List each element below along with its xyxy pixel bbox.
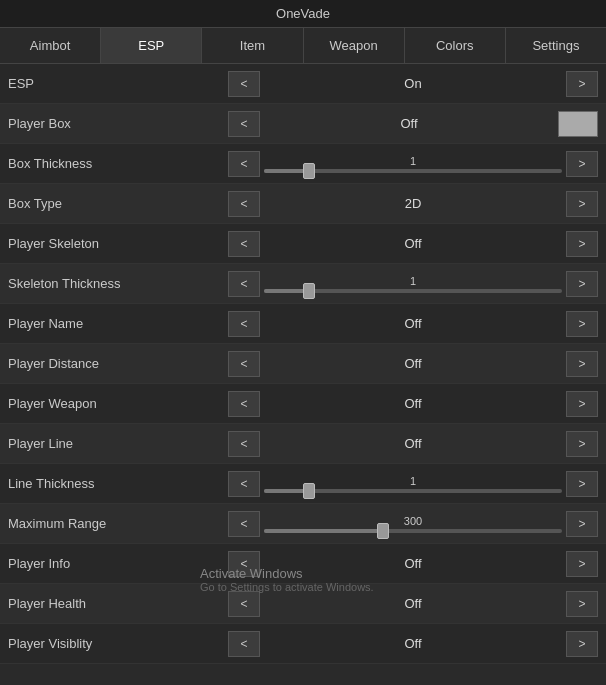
btn-esp-left[interactable]: < [228,71,260,97]
btn-box-type-left[interactable]: < [228,191,260,217]
value-player-box: Off [260,116,558,131]
btn-player-skeleton-right[interactable]: > [566,231,598,257]
slider-maximum-range[interactable]: 300 [260,515,566,533]
label-box-thickness: Box Thickness [8,156,228,171]
btn-box-thickness-right[interactable]: > [566,151,598,177]
app-title: OneVade [276,6,330,21]
row-player-info: Player Info < Off Activate Windows Go to… [0,544,606,584]
tab-aimbot[interactable]: Aimbot [0,28,101,63]
slider-line-thickness-track [264,489,562,493]
label-player-distance: Player Distance [8,356,228,371]
label-player-name: Player Name [8,316,228,331]
value-player-info: Off Activate Windows Go to Settings to a… [260,556,566,571]
slider-maximum-range-value: 300 [404,515,422,527]
btn-player-line-left[interactable]: < [228,431,260,457]
label-player-line: Player Line [8,436,228,451]
row-maximum-range: Maximum Range < 300 > [0,504,606,544]
btn-player-info-left[interactable]: < [228,551,260,577]
slider-line-thickness-thumb [303,483,315,499]
btn-esp-right[interactable]: > [566,71,598,97]
color-swatch-player-box[interactable] [558,111,598,137]
value-player-skeleton: Off [260,236,566,251]
btn-player-weapon-left[interactable]: < [228,391,260,417]
value-player-info-text: Off [404,556,421,571]
row-player-health: Player Health < Off > [0,584,606,624]
btn-player-health-left[interactable]: < [228,591,260,617]
label-player-visiblity: Player Visiblity [8,636,228,651]
tab-colors[interactable]: Colors [405,28,506,63]
title-bar: OneVade [0,0,606,28]
value-player-weapon: Off [260,396,566,411]
slider-maximum-range-track [264,529,562,533]
slider-skeleton-thickness-thumb [303,283,315,299]
row-player-skeleton: Player Skeleton < Off > [0,224,606,264]
btn-player-health-right[interactable]: > [566,591,598,617]
tab-item[interactable]: Item [202,28,303,63]
btn-player-box-left[interactable]: < [228,111,260,137]
row-player-weapon: Player Weapon < Off > [0,384,606,424]
value-player-visiblity: Off [260,636,566,651]
slider-line-thickness[interactable]: 1 [260,475,566,493]
label-skeleton-thickness: Skeleton Thickness [8,276,228,291]
btn-player-distance-right[interactable]: > [566,351,598,377]
label-esp: ESP [8,76,228,91]
btn-box-type-right[interactable]: > [566,191,598,217]
content: ESP < On > Player Box < Off Box Thicknes… [0,64,606,664]
row-player-line: Player Line < Off > [0,424,606,464]
slider-skeleton-thickness-track [264,289,562,293]
btn-player-weapon-right[interactable]: > [566,391,598,417]
btn-player-line-right[interactable]: > [566,431,598,457]
label-box-type: Box Type [8,196,228,211]
slider-skeleton-thickness-value: 1 [410,275,416,287]
label-maximum-range: Maximum Range [8,516,228,531]
row-player-name: Player Name < Off > [0,304,606,344]
slider-box-thickness[interactable]: 1 [260,155,566,173]
btn-player-info-right[interactable]: > [566,551,598,577]
row-player-distance: Player Distance < Off > [0,344,606,384]
slider-box-thickness-thumb [303,163,315,179]
label-player-weapon: Player Weapon [8,396,228,411]
label-player-health: Player Health [8,596,228,611]
btn-player-name-left[interactable]: < [228,311,260,337]
slider-box-thickness-value: 1 [410,155,416,167]
label-line-thickness: Line Thickness [8,476,228,491]
value-player-distance: Off [260,356,566,371]
slider-maximum-range-thumb [377,523,389,539]
tab-bar: Aimbot ESP Item Weapon Colors Settings [0,28,606,64]
value-player-name: Off [260,316,566,331]
row-player-box: Player Box < Off [0,104,606,144]
btn-player-visiblity-right[interactable]: > [566,631,598,657]
label-player-info: Player Info [8,556,228,571]
btn-player-visiblity-left[interactable]: < [228,631,260,657]
row-box-thickness: Box Thickness < 1 > [0,144,606,184]
tab-weapon[interactable]: Weapon [304,28,405,63]
value-player-line: Off [260,436,566,451]
btn-maximum-range-right[interactable]: > [566,511,598,537]
btn-box-thickness-left[interactable]: < [228,151,260,177]
btn-player-distance-left[interactable]: < [228,351,260,377]
value-esp: On [260,76,566,91]
row-box-type: Box Type < 2D > [0,184,606,224]
btn-maximum-range-left[interactable]: < [228,511,260,537]
btn-player-skeleton-left[interactable]: < [228,231,260,257]
slider-box-thickness-track [264,169,562,173]
label-player-box: Player Box [8,116,228,131]
btn-player-name-right[interactable]: > [566,311,598,337]
row-esp: ESP < On > [0,64,606,104]
btn-line-thickness-right[interactable]: > [566,471,598,497]
label-player-skeleton: Player Skeleton [8,236,228,251]
tab-settings[interactable]: Settings [506,28,606,63]
row-line-thickness: Line Thickness < 1 > [0,464,606,504]
tab-esp[interactable]: ESP [101,28,202,63]
value-player-health: Off [260,596,566,611]
row-player-visiblity: Player Visiblity < Off > [0,624,606,664]
slider-line-thickness-value: 1 [410,475,416,487]
btn-skeleton-thickness-left[interactable]: < [228,271,260,297]
btn-skeleton-thickness-right[interactable]: > [566,271,598,297]
row-skeleton-thickness: Skeleton Thickness < 1 > [0,264,606,304]
slider-skeleton-thickness[interactable]: 1 [260,275,566,293]
value-box-type: 2D [260,196,566,211]
btn-line-thickness-left[interactable]: < [228,471,260,497]
